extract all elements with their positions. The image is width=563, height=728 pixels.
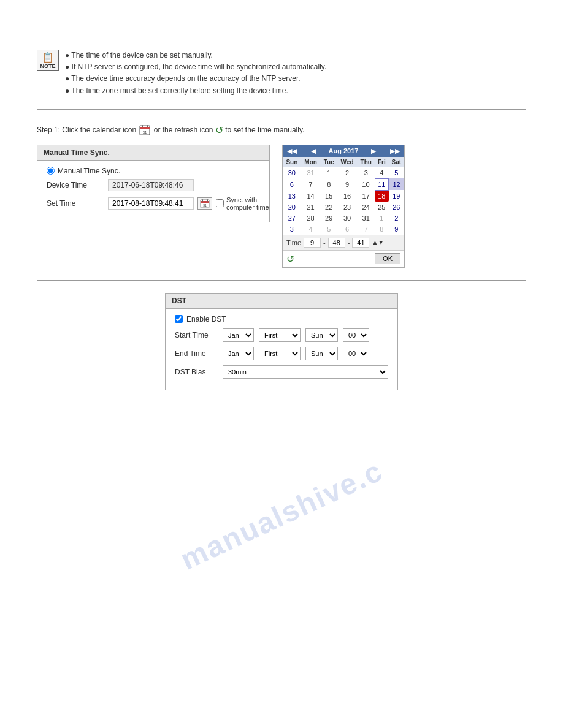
cal-day-3-next[interactable]: 3	[283, 224, 301, 235]
cal-day-27[interactable]: 27	[283, 213, 301, 224]
cal-day-2-next[interactable]: 2	[389, 213, 404, 224]
cal-day-23[interactable]: 23	[337, 202, 357, 213]
cal-day-20[interactable]: 20	[283, 202, 301, 213]
svg-text:31: 31	[143, 131, 147, 134]
dst-bias-row: DST Bias 30min 60min 90min 120min	[175, 365, 388, 379]
cal-day-4-next[interactable]: 4	[301, 224, 321, 235]
dst-end-month-select[interactable]: JanFebMarApr MayJunJulAug SepOctNovDec	[223, 347, 254, 360]
refresh-inline-icon: ↺	[215, 122, 223, 138]
cal-day-1[interactable]: 1	[321, 167, 337, 179]
cal-day-30-prev[interactable]: 30	[283, 167, 301, 179]
cal-day-14[interactable]: 14	[301, 190, 321, 202]
svg-rect-7	[202, 199, 203, 202]
bottom-separator	[37, 403, 526, 403]
dst-start-week-select[interactable]: FirstSecondThirdFourthLast	[259, 328, 301, 342]
cal-day-15[interactable]: 15	[321, 190, 337, 202]
cal-day-7[interactable]: 7	[301, 178, 321, 190]
cal-time-spinner[interactable]: ▲▼	[372, 239, 384, 246]
cal-second-input[interactable]: 41	[352, 238, 369, 248]
cal-day-19[interactable]: 19	[389, 190, 404, 202]
svg-rect-8	[207, 199, 208, 202]
cal-day-21[interactable]: 21	[301, 202, 321, 213]
cal-day-6-next[interactable]: 6	[337, 224, 357, 235]
cal-year: 2017	[343, 147, 358, 154]
page-container: 📋 NOTE ● The time of the device can be s…	[0, 37, 563, 403]
cal-day-16[interactable]: 16	[337, 190, 357, 202]
set-time-input[interactable]: 2017-08-18T09:48:41	[108, 197, 194, 210]
cal-day-26[interactable]: 26	[389, 202, 404, 213]
cal-day-12[interactable]: 12	[389, 178, 404, 190]
cal-day-1-next[interactable]: 1	[375, 213, 388, 224]
cal-day-7-next[interactable]: 7	[357, 224, 375, 235]
enable-dst-label: Enable DST	[186, 315, 226, 324]
manual-sync-radio[interactable]	[47, 167, 55, 175]
sync-computer-time-checkbox[interactable]	[216, 199, 224, 207]
cal-day-31-prev[interactable]: 31	[301, 167, 321, 179]
svg-rect-1	[140, 127, 150, 129]
open-calendar-button[interactable]: 31	[197, 197, 212, 210]
note-text: ● The time of the device can be set manu…	[65, 50, 526, 97]
cal-time-sep-2: -	[348, 239, 350, 246]
dst-end-hour-select[interactable]: 00010203 04050607	[343, 347, 369, 360]
device-time-label: Device Time	[47, 181, 102, 189]
dst-start-month-select[interactable]: JanFebMarApr MayJunJulAug SepOctNovDec	[223, 328, 254, 342]
cal-day-29[interactable]: 29	[321, 213, 337, 224]
cal-day-4[interactable]: 4	[375, 167, 388, 179]
watermark: manualshive.c	[175, 453, 388, 577]
cal-hour-input[interactable]: 9	[304, 238, 321, 248]
dst-panel: DST Enable DST Start Time JanFebMarApr M…	[165, 293, 398, 390]
enable-dst-checkbox[interactable]	[175, 315, 183, 323]
cal-week-6: 3 4 5 6 7 8 9	[283, 224, 404, 235]
cal-header-thu: Thu	[357, 157, 375, 167]
note-line-2: ● If NTP server is configured, the devic…	[65, 61, 526, 73]
cal-day-31[interactable]: 31	[357, 213, 375, 224]
cal-day-9-next[interactable]: 9	[389, 224, 404, 235]
cal-week-1: 30 31 1 2 3 4 5	[283, 167, 404, 179]
cal-day-5-next[interactable]: 5	[321, 224, 337, 235]
cal-day-22[interactable]: 22	[321, 202, 337, 213]
cal-day-30[interactable]: 30	[337, 213, 357, 224]
panel-body: Manual Time Sync. Device Time 2017-06-18…	[37, 161, 269, 222]
note-icon-box: 📋 NOTE	[37, 50, 59, 71]
cal-day-2[interactable]: 2	[337, 167, 357, 179]
dst-bias-select[interactable]: 30min 60min 90min 120min	[223, 365, 388, 379]
cal-header-row: Sun Mon Tue Wed Thu Fri Sat	[283, 157, 404, 167]
description-section: Step 1: Click the calendar icon 31 or th…	[0, 119, 563, 142]
calendar-ok-button[interactable]: OK	[375, 253, 400, 264]
dst-end-time-label: End Time	[175, 349, 218, 358]
cal-prev-button[interactable]: ◀	[310, 147, 317, 155]
cal-day-6[interactable]: 6	[283, 178, 301, 190]
cal-day-11[interactable]: 11	[375, 178, 388, 190]
cal-day-17[interactable]: 17	[357, 190, 375, 202]
cal-header-fri: Fri	[375, 157, 388, 167]
cal-day-8-next[interactable]: 8	[375, 224, 388, 235]
cal-day-5[interactable]: 5	[389, 167, 404, 179]
cal-day-18-today[interactable]: 18	[375, 190, 388, 202]
cal-next-button[interactable]: ▶	[370, 147, 377, 155]
dst-start-hour-select[interactable]: 00010203 04050607	[343, 328, 369, 342]
cal-minute-input[interactable]: 48	[328, 238, 345, 248]
cal-day-10[interactable]: 10	[357, 178, 375, 190]
cal-day-25[interactable]: 25	[375, 202, 388, 213]
cal-day-24[interactable]: 24	[357, 202, 375, 213]
cal-refresh-icon[interactable]: ↺	[286, 253, 294, 265]
calendar-inline-icon: 31	[139, 124, 150, 135]
calendar-grid: Sun Mon Tue Wed Thu Fri Sat 30 31 1	[283, 157, 404, 235]
cal-day-3[interactable]: 3	[357, 167, 375, 179]
cal-day-8[interactable]: 8	[321, 178, 337, 190]
cal-next-next-button[interactable]: ▶▶	[389, 147, 401, 155]
cal-day-13[interactable]: 13	[283, 190, 301, 202]
dst-end-day-select[interactable]: SunMonTueWed ThuFriSat	[305, 347, 338, 360]
note-icon-label: NOTE	[40, 63, 55, 69]
dst-start-time-label: Start Time	[175, 331, 218, 339]
cal-day-28[interactable]: 28	[301, 213, 321, 224]
cal-prev-prev-button[interactable]: ◀◀	[286, 147, 298, 155]
dst-start-day-select[interactable]: SunMonTueWed ThuFriSat	[305, 328, 338, 342]
cal-day-9[interactable]: 9	[337, 178, 357, 190]
dst-start-time-row: Start Time JanFebMarApr MayJunJulAug Sep…	[175, 328, 388, 342]
svg-text:31: 31	[203, 203, 207, 207]
desc-or: or the refresh icon	[154, 126, 215, 134]
dst-end-week-select[interactable]: FirstSecondThirdFourthLast	[259, 347, 301, 360]
note-section: 📋 NOTE ● The time of the device can be s…	[0, 47, 563, 103]
svg-rect-3	[147, 125, 148, 127]
